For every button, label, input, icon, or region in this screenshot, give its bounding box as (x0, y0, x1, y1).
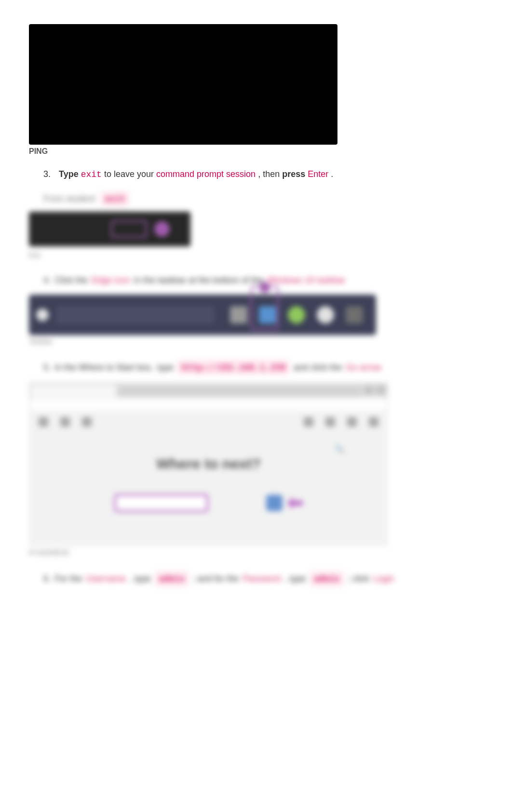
go-button (266, 495, 283, 511)
caption-ipaddress: IP ADDRESS (29, 549, 483, 556)
exit-highlight-arrow (154, 221, 170, 237)
taskbar-task-icon (230, 306, 247, 324)
browser-start-title: Where to next? (29, 456, 388, 472)
tool-icon (369, 417, 378, 427)
step-5: 5. In the Where to Start box, type http:… (43, 360, 483, 376)
nav-icon (60, 417, 70, 427)
caption-ping: PING (29, 147, 483, 156)
step-6: 6. For the Username , type admin ; and f… (43, 571, 483, 587)
taskbar-screenshot (29, 295, 376, 335)
go-arrow-highlight (287, 497, 303, 509)
nav-icon (82, 417, 92, 427)
tool-icon (304, 417, 313, 427)
terminal-screenshot-exit (29, 212, 190, 246)
nav-icon (39, 417, 48, 427)
browser-tab (31, 385, 116, 397)
command-prompt-link[interactable]: command prompt session (156, 169, 256, 179)
browser-toolbar (29, 413, 388, 432)
tool-icon (347, 417, 357, 427)
tool-icon (325, 417, 335, 427)
taskbar-app-icon (288, 306, 305, 324)
search-icon: 🔍 (334, 444, 345, 455)
browser-tab-bar (29, 382, 388, 397)
caption-exit: Exit (29, 251, 483, 259)
browser-search-input-highlight (114, 494, 208, 512)
exit-highlight-box (111, 220, 147, 238)
caption-taskbar: Taskbar (29, 338, 483, 345)
terminal-screenshot-ping (29, 24, 337, 145)
step-number: 3. (43, 169, 54, 179)
taskbar-app-icon-3 (346, 306, 363, 324)
browser-screenshot: Where to next? 🔍 (29, 382, 388, 546)
browser-address-bar (31, 399, 386, 411)
window-button-icon (376, 385, 386, 395)
edge-highlight-arrow (259, 282, 270, 293)
blurred-from-student: From student: exit (43, 191, 483, 207)
browser-tab-area (118, 385, 362, 397)
enter-key-link[interactable]: Enter (308, 169, 328, 179)
step-3: 3. Type exit to leave your command promp… (43, 168, 483, 181)
start-button-icon (36, 309, 49, 321)
step-content: Type exit to leave your command prompt s… (59, 168, 333, 181)
window-button-icon (364, 385, 374, 395)
blurred-preview-section: From student: exit Exit 4. Click the Edg… (29, 191, 483, 587)
taskbar-app-icon-2 (317, 306, 334, 324)
taskbar-search-box (56, 306, 215, 324)
